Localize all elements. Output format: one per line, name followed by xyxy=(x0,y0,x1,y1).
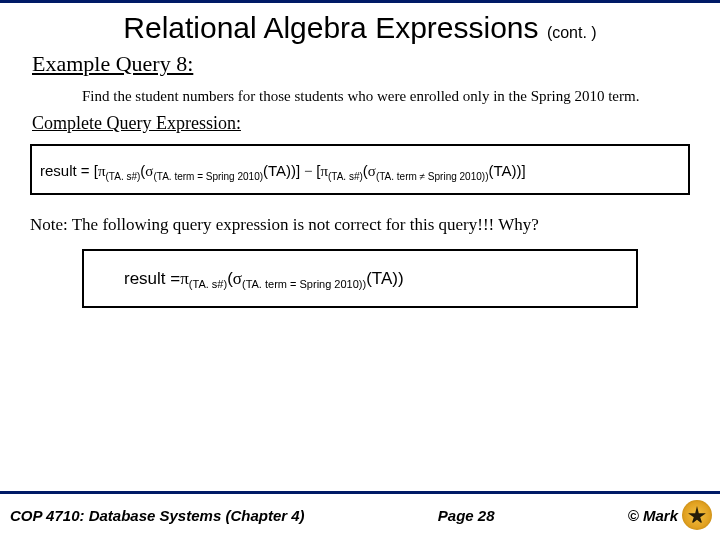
sigma-sub-2: (TA. term ≠ Spring 2010)) xyxy=(376,171,489,182)
footer-left: COP 4710: Database Systems (Chapter 4) xyxy=(10,507,305,524)
expr2-ta: (TA)) xyxy=(366,269,403,288)
page-title: Relational Algebra Expressions (cont. ) xyxy=(0,3,720,45)
sigma-symbol-2: σ xyxy=(368,163,376,179)
pi-symbol: π xyxy=(98,163,106,179)
pi-sub-2: (TA. s#) xyxy=(328,171,363,182)
sigma-symbol-3: σ xyxy=(233,269,242,288)
expression-box-incorrect: result =π(TA. s#)(σ(TA. term = Spring 20… xyxy=(82,249,638,308)
example-label: Example Query 8: xyxy=(32,51,720,77)
note-text: Note: The following query expression is … xyxy=(30,215,690,235)
footer-copyright: © Mark xyxy=(628,507,678,524)
slide: Relational Algebra Expressions (cont. ) … xyxy=(0,0,720,540)
expr1-lhs: result = [ xyxy=(40,162,98,179)
query-text: Find the student numbers for those stude… xyxy=(82,87,670,105)
sigma-sub-3: (TA. term = Spring 2010)) xyxy=(242,278,366,290)
expr1-ta2: (TA))] xyxy=(488,162,525,179)
expr1-ta1: (TA))] xyxy=(263,162,300,179)
pi-sub-1: (TA. s#) xyxy=(106,171,141,182)
sigma-sub-1: (TA. term = Spring 2010) xyxy=(153,171,263,182)
footer-page: Page 28 xyxy=(313,507,620,524)
pi-symbol-3: π xyxy=(180,269,189,288)
footer-right: © Mark xyxy=(628,500,712,530)
footer: COP 4710: Database Systems (Chapter 4) P… xyxy=(0,491,720,540)
minus-op: − xyxy=(300,163,316,179)
title-cont: (cont. ) xyxy=(547,24,597,41)
expr2-lhs: result = xyxy=(124,269,180,288)
logo-icon xyxy=(682,500,712,530)
pi-symbol-2: π xyxy=(320,163,328,179)
title-main: Relational Algebra Expressions xyxy=(123,11,538,44)
expression-box-correct: result = [π(TA. s#)(σ(TA. term = Spring … xyxy=(30,144,690,195)
complete-expr-label: Complete Query Expression: xyxy=(32,113,720,134)
pi-sub-3: (TA. s#) xyxy=(189,278,227,290)
